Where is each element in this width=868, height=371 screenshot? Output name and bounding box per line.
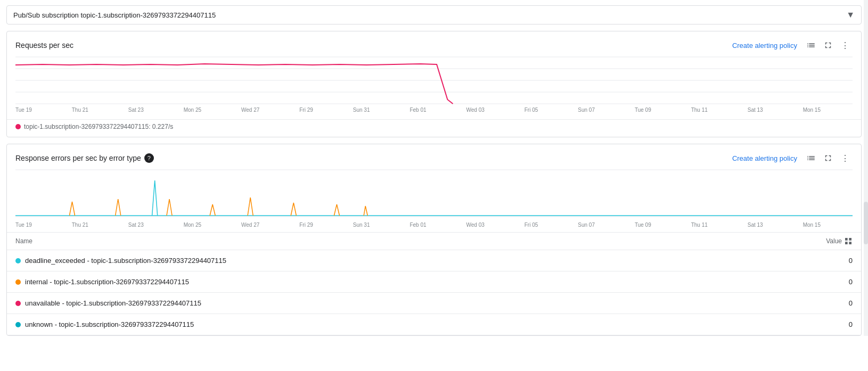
x-label: Wed 27 — [241, 222, 259, 228]
x-label: Thu 21 — [72, 107, 88, 113]
x-label: Sat 23 — [128, 107, 144, 113]
y-label: 0.5/s — [856, 68, 862, 73]
row-value: 0 — [849, 278, 853, 286]
legend-toggle-icon-2[interactable] — [804, 151, 818, 166]
chart1-actions: Create alerting policy ⋮ — [732, 38, 853, 53]
chart2-header: Response errors per sec by error type ? … — [7, 144, 861, 166]
scrollbar-thumb[interactable] — [864, 202, 868, 244]
chart1-title: Requests per sec — [15, 41, 73, 50]
row-name: internal - topic-1.subscription-32697933… — [25, 278, 189, 286]
legend-dot-1 — [15, 124, 21, 129]
x-label: Sat 13 — [748, 222, 763, 228]
x-label: Wed 27 — [241, 107, 259, 113]
y-label-2b: 0 — [855, 212, 862, 218]
error-type-table: Name Value deadline_exceeded - topic-1.s… — [7, 232, 861, 335]
row-value: 0 — [849, 257, 853, 265]
x-label: Fri 05 — [525, 222, 538, 228]
table-row: unavailable - topic-1.subscription-32697… — [7, 293, 861, 314]
x-label: Sun 07 — [578, 222, 595, 228]
chevron-down-icon: ▼ — [846, 10, 855, 20]
x-label: Mon 15 — [803, 222, 821, 228]
x-label: Thu 11 — [691, 107, 708, 113]
x-label: Fri 05 — [525, 107, 538, 113]
dropdown-selected-value: Pub/Sub subscription topic-1.subscriptio… — [13, 11, 846, 19]
chart1-legend: topic-1.subscription-326979337229440711​… — [7, 119, 861, 137]
x-label: Tue 19 — [15, 107, 32, 113]
row-dot — [15, 279, 21, 285]
x-label: Wed 03 — [466, 107, 485, 113]
x-label: Tue 09 — [635, 107, 651, 113]
chart2-actions: Create alerting policy ⋮ — [732, 151, 853, 166]
x-label: Thu 11 — [691, 222, 708, 228]
create-alerting-policy-button-1[interactable]: Create alerting policy — [732, 42, 797, 50]
create-alerting-policy-button-2[interactable]: Create alerting policy — [732, 154, 797, 162]
row-name: unavailable - topic-1.subscription-32697… — [25, 299, 201, 307]
chart2-title: Response errors per sec by error type — [15, 154, 141, 162]
x-label: Mon 25 — [184, 222, 201, 228]
chart2-x-axis: Tue 19 Thu 21 Sat 23 Mon 25 Wed 27 Fri 2… — [7, 220, 829, 232]
subscription-dropdown[interactable]: Pub/Sub subscription topic-1.subscriptio… — [6, 5, 862, 24]
table-header: Name Value — [7, 232, 861, 250]
row-name: unknown - topic-1.subscription-326979337… — [25, 320, 194, 328]
x-label: Feb 01 — [410, 222, 426, 228]
row-name: deadline_exceeded - topic-1.subscription… — [25, 257, 226, 265]
fullscreen-icon[interactable] — [821, 38, 836, 53]
response-errors-chart: Response errors per sec by error type ? … — [6, 144, 862, 336]
y-label: 0.3/s — [856, 88, 862, 94]
x-label: Mon 25 — [184, 107, 201, 113]
x-label: Sun 31 — [353, 222, 370, 228]
chart1-header: Requests per sec Create alerting policy … — [7, 31, 861, 53]
x-label: Tue 09 — [635, 222, 651, 228]
legend-label-1: topic-1.subscription-326979337229440711​… — [24, 123, 173, 130]
y-label-2a: 0.001/s — [855, 170, 862, 176]
chart2-plot-area: 0.001/s 0 — [15, 170, 853, 218]
fullscreen-icon-2[interactable] — [821, 151, 836, 166]
x-label: Sun 07 — [578, 107, 595, 113]
y-label: 0.2/s — [856, 99, 862, 105]
more-options-icon-2[interactable]: ⋮ — [838, 151, 853, 166]
table-row: internal - topic-1.subscription-32697933… — [7, 271, 861, 293]
requests-per-sec-chart: Requests per sec Create alerting policy … — [6, 31, 862, 137]
scrollbar-track[interactable] — [864, 0, 868, 336]
x-label: Fri 29 — [299, 222, 313, 228]
x-label: Thu 21 — [72, 222, 88, 228]
x-label: Fri 29 — [299, 107, 313, 113]
row-value: 0 — [849, 320, 853, 328]
more-options-icon[interactable]: ⋮ — [838, 38, 853, 53]
x-label: Sat 13 — [748, 107, 763, 113]
row-dot — [15, 322, 21, 327]
x-label: Feb 01 — [410, 107, 426, 113]
row-value: 0 — [849, 299, 853, 307]
col-name-header: Name — [15, 237, 826, 245]
x-label: Sun 31 — [353, 107, 370, 113]
chart1-x-axis: Tue 19 Thu 21 Sat 23 Mon 25 Wed 27 Fri 2… — [7, 105, 829, 117]
x-label: Wed 03 — [466, 222, 485, 228]
table-row: unknown - topic-1.subscription-326979337… — [7, 314, 861, 335]
y-label: 0.4/s — [856, 78, 862, 84]
col-value-header: Value — [826, 237, 853, 245]
help-icon[interactable]: ? — [144, 153, 154, 163]
x-label: Sat 23 — [128, 222, 144, 228]
x-label: Tue 19 — [15, 222, 32, 228]
chart1-plot-area: 0.6/s 0.5/s 0.4/s 0.3/s 0.2/s — [15, 57, 853, 105]
row-dot — [15, 301, 21, 306]
row-dot — [15, 258, 21, 263]
legend-toggle-icon[interactable] — [804, 38, 818, 53]
x-label: Mon 15 — [803, 107, 821, 113]
table-row: deadline_exceeded - topic-1.subscription… — [7, 250, 861, 271]
y-label: 0.6/s — [856, 57, 862, 63]
